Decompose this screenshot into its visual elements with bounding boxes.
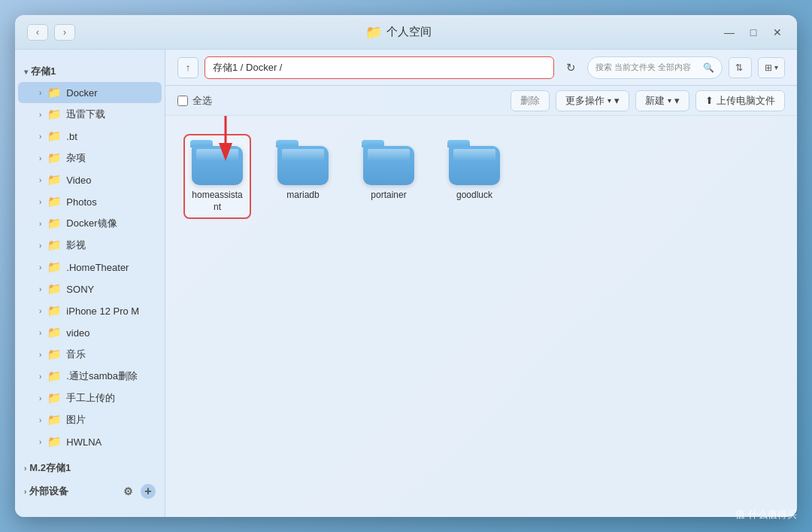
m2-header[interactable]: › M.2存储1 bbox=[15, 458, 165, 478]
view-button[interactable]: ⊞ ▾ bbox=[758, 57, 785, 78]
view-icon: ⊞ bbox=[765, 62, 772, 73]
sidebar-item-video2[interactable]: › 📁 video bbox=[18, 322, 162, 343]
sidebar-item-hwlna[interactable]: › 📁 HWLNA bbox=[18, 431, 162, 452]
view-chevron: ▾ bbox=[774, 63, 778, 71]
file-name: goodluck bbox=[456, 190, 492, 202]
sidebar-item-iphone[interactable]: › 📁 iPhone 12 Pro M bbox=[18, 300, 162, 321]
sidebar-item-label: 图片 bbox=[66, 413, 86, 427]
restore-button[interactable]: □ bbox=[746, 25, 761, 40]
folder-icon-large bbox=[190, 140, 244, 185]
plus-icon[interactable]: + bbox=[141, 484, 156, 499]
sidebar: ▾ 存储1 › 📁 Docker › 📁 迅雷下载 › bbox=[15, 50, 165, 517]
folder-icon: 📁 bbox=[47, 173, 62, 187]
folder-icon: 📁 bbox=[47, 326, 62, 339]
path-bar[interactable]: 存储1 / Docker / bbox=[205, 56, 554, 79]
file-item-mariadb[interactable]: mariadb bbox=[269, 134, 337, 219]
close-button[interactable]: ✕ bbox=[770, 25, 785, 40]
minimize-button[interactable]: — bbox=[722, 25, 737, 40]
new-button[interactable]: 新建 ▾ bbox=[635, 90, 689, 111]
nav-forward-button[interactable]: › bbox=[54, 24, 75, 41]
action-bar: 全选 删除 更多操作 ▾ 新建 ▾ ⬆ 上传电脑文件 bbox=[165, 86, 797, 116]
sidebar-item-samba[interactable]: › 📁 .通过samba删除 bbox=[18, 366, 162, 387]
sort-button[interactable]: ⇅ bbox=[729, 57, 752, 78]
sidebar-item-label: Docker bbox=[66, 87, 97, 99]
folder-icon-large bbox=[362, 140, 416, 185]
file-item-goodluck[interactable]: goodluck bbox=[441, 134, 508, 219]
sidebar-item-bt[interactable]: › 📁 .bt bbox=[18, 126, 162, 147]
file-name: homeassistant bbox=[189, 190, 245, 213]
sidebar-item-manual-upload[interactable]: › 📁 手工上传的 bbox=[18, 388, 162, 409]
file-name: mariadb bbox=[286, 190, 319, 202]
sidebar-item-hometheater[interactable]: › 📁 .HomeTheater bbox=[18, 257, 162, 278]
folder-icon: 📁 bbox=[47, 86, 62, 99]
select-all-input[interactable] bbox=[177, 96, 188, 106]
file-item-homeassistant[interactable]: homeassistant bbox=[183, 134, 251, 219]
window-title: 个人空间 bbox=[386, 25, 432, 39]
nav-back-button[interactable]: ‹ bbox=[27, 24, 48, 41]
window-title-area: 📁 个人空间 bbox=[365, 24, 432, 41]
gear-icon[interactable]: ⚙ bbox=[123, 485, 133, 497]
folder-icon: 📁 bbox=[47, 195, 62, 208]
folder-icon: 📁 bbox=[47, 304, 62, 318]
sidebar-item-music[interactable]: › 📁 音乐 bbox=[18, 344, 162, 365]
sidebar-item-label: 影视 bbox=[66, 239, 86, 252]
folder-icon: 📁 bbox=[47, 282, 62, 296]
sidebar-item-label: .bt bbox=[66, 131, 77, 142]
new-chevron: ▾ bbox=[668, 96, 671, 105]
folder-icon: 📁 bbox=[47, 348, 62, 361]
up-icon: ↑ bbox=[186, 62, 191, 73]
sidebar-item-label: iPhone 12 Pro M bbox=[66, 306, 139, 317]
sidebar-item-label: Docker镜像 bbox=[66, 217, 117, 230]
sidebar-item-label: Photos bbox=[66, 196, 96, 208]
folder-icon: 📁 bbox=[47, 391, 62, 405]
sidebar-item-label: SONY bbox=[66, 284, 94, 295]
sidebar-item-photos[interactable]: › 📁 Photos bbox=[18, 191, 162, 212]
folder-icon-large bbox=[276, 140, 330, 185]
sidebar-item-movies[interactable]: › 📁 影视 bbox=[18, 235, 162, 256]
folder-icon: 📁 bbox=[47, 413, 62, 427]
sidebar-item-pictures[interactable]: › 📁 图片 bbox=[18, 409, 162, 430]
titlebar: ‹ › 📁 个人空间 — □ ✕ bbox=[15, 15, 797, 50]
external-header[interactable]: › 外部设备 ⚙ + bbox=[15, 481, 165, 502]
storage1-arrow: ▾ bbox=[24, 68, 28, 76]
folder-icon: 📁 bbox=[47, 108, 62, 121]
more-chevron: ▾ bbox=[607, 96, 611, 105]
sidebar-item-label: 音乐 bbox=[66, 348, 86, 361]
sort-icon: ⇅ bbox=[735, 62, 743, 73]
title-folder-icon: 📁 bbox=[365, 24, 382, 41]
folder-icon: 📁 bbox=[47, 151, 62, 165]
sidebar-item-docker-image[interactable]: › 📁 Docker镜像 bbox=[18, 213, 162, 234]
refresh-button[interactable]: ↻ bbox=[560, 57, 581, 78]
sidebar-item-label: video bbox=[66, 327, 89, 339]
up-directory-button[interactable]: ↑ bbox=[177, 57, 198, 78]
m2-arrow: › bbox=[24, 464, 26, 473]
upload-button[interactable]: ⬆ 上传电脑文件 bbox=[695, 90, 785, 111]
folder-icon: 📁 bbox=[47, 129, 62, 143]
watermark: 值 什么值得买 bbox=[735, 508, 797, 521]
delete-button[interactable]: 删除 bbox=[511, 90, 550, 111]
sidebar-item-misc[interactable]: › 📁 杂项 bbox=[18, 147, 162, 169]
window-controls: — □ ✕ bbox=[722, 25, 785, 40]
folder-icon: 📁 bbox=[47, 369, 62, 383]
m2-label: M.2存储1 bbox=[29, 461, 71, 475]
sidebar-item-xunlei[interactable]: › 📁 迅雷下载 bbox=[18, 104, 162, 125]
storage1-label: 存储1 bbox=[31, 65, 56, 78]
file-item-portainer[interactable]: portainer bbox=[355, 134, 423, 219]
sidebar-item-label: Video bbox=[66, 175, 91, 186]
search-bar[interactable]: 搜索 当前文件夹 全部内容 🔍 bbox=[587, 56, 723, 79]
more-actions-button[interactable]: 更多操作 ▾ bbox=[556, 90, 629, 111]
sidebar-item-label: HWLNA bbox=[66, 436, 102, 448]
folder-icon: 📁 bbox=[47, 435, 62, 448]
sidebar-item-video[interactable]: › 📁 Video bbox=[18, 169, 162, 190]
external-arrow: › bbox=[24, 488, 26, 496]
file-area: ↑ 存储1 / Docker / ↻ 搜索 当前文件夹 全部内容 🔍 ⇅ ⊞ bbox=[165, 50, 797, 517]
select-all-checkbox[interactable]: 全选 bbox=[177, 94, 212, 108]
sidebar-item-docker[interactable]: › 📁 Docker bbox=[18, 82, 162, 103]
sidebar-item-sony[interactable]: › 📁 SONY bbox=[18, 278, 162, 299]
file-name: portainer bbox=[371, 190, 406, 202]
search-text: 搜索 当前文件夹 全部内容 bbox=[595, 62, 691, 73]
sidebar-item-label: 手工上传的 bbox=[66, 391, 115, 405]
select-all-label: 全选 bbox=[192, 94, 212, 108]
toolbar: ↑ 存储1 / Docker / ↻ 搜索 当前文件夹 全部内容 🔍 ⇅ ⊞ bbox=[165, 50, 797, 86]
storage1-header[interactable]: ▾ 存储1 bbox=[15, 62, 165, 81]
